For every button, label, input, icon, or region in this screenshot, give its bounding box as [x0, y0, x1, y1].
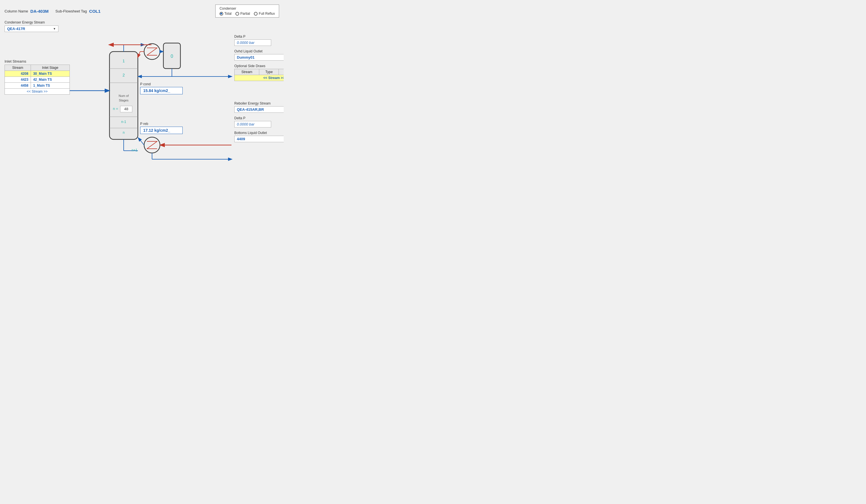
column-name-label: Column Name [4, 9, 28, 13]
inlet-streams-section: Inlet Streams Stream Inlet Stage 4208 30… [4, 59, 70, 95]
side-draws-section: Optional Side Draws Stream Type Draw Sta… [234, 64, 284, 81]
bottoms-liquid-label: Bottoms Liquid Outlet [234, 131, 284, 135]
condenser-energy-dropdown[interactable]: QEA-417R ▼ [4, 25, 58, 32]
stage1-label: 1 [123, 59, 125, 63]
column-name-field: Column Name DA-403M [4, 9, 48, 14]
table-row-placeholder[interactable]: << Stream >> [5, 89, 70, 95]
p-cond-section: P cond 15.84 kg/cm2_ [140, 82, 183, 94]
n-equals-label: n = [113, 106, 118, 111]
reboiler-energy-dropdown[interactable]: QEA-415AR,BR ▼ [234, 106, 284, 113]
inlet-stage-col-header: Inlet Stage [31, 65, 69, 71]
stage-value-2: 42_Main TS [31, 77, 69, 83]
p-cond-value[interactable]: 15.84 kg/cm2_ [140, 87, 183, 94]
side-draws-stage-col: Draw Stage [279, 69, 284, 75]
sub-flowsheet-label: Sub-Flowsheet Tag [55, 9, 87, 13]
stream-value-2: 4423 [5, 77, 31, 83]
side-draws-label: Optional Side Draws [234, 64, 284, 68]
condenser-full-reflux-option[interactable]: Full Reflux [254, 12, 275, 15]
inlet-stream-placeholder[interactable]: << Stream >> [5, 89, 70, 95]
condenser-energy-value: QEA-417R [7, 27, 25, 31]
bottoms-liquid-dropdown[interactable]: 4409 ▼ [234, 136, 284, 142]
delta-p-condenser-value[interactable]: 0.0000 bar [234, 39, 271, 46]
condenser-radio-group: Total Partial Full Reflux [220, 12, 275, 15]
sub-flowsheet-field: Sub-Flowsheet Tag COL1 [55, 9, 100, 14]
ovhd-liquid-label: Ovhd Liquid Outlet [234, 49, 284, 53]
condenser-title: Condenser [220, 7, 275, 11]
table-row: 4208 30_Main TS [5, 71, 70, 77]
condenser-total-option[interactable]: Total [220, 12, 232, 15]
right-panel: Delta P 0.0000 bar Ovhd Liquid Outlet Du… [234, 20, 284, 169]
bottoms-liquid-value: 4409 [237, 137, 245, 141]
svg-text:Stages: Stages [119, 99, 129, 102]
stage-n1-label: n-1 [121, 120, 126, 124]
num-stages-label: Num of [119, 94, 129, 98]
stream-value-1: 4208 [5, 71, 31, 77]
stage-value-1: 30_Main TS [31, 71, 69, 77]
side-draws-stream-col: Stream [235, 69, 259, 75]
side-draws-placeholder[interactable]: << Stream >> [235, 75, 284, 81]
inlet-stream-col-header: Stream [5, 65, 31, 71]
svg-line-23 [138, 138, 144, 145]
p-cond-label: P cond [140, 82, 183, 86]
condenser-partial-option[interactable]: Partial [235, 12, 250, 15]
inlet-streams-title: Inlet Streams [4, 59, 70, 64]
stream-value-3: 4458 [5, 83, 31, 89]
diagram-area: 1 2 Num of Stages n-1 n n = 48 0 [70, 20, 234, 169]
ovhd-liquid-section: Ovhd Liquid Outlet Dummy01 ▼ [234, 49, 284, 61]
delta-p-condenser-label: Delta P [234, 35, 284, 38]
svg-line-15 [138, 51, 140, 57]
header-row: Column Name DA-403M Sub-Flowsheet Tag CO… [4, 4, 279, 18]
condenser-energy-section: Condenser Energy Stream QEA-417R ▼ [4, 20, 70, 32]
delta-p-reboiler-label: Delta P [234, 116, 284, 120]
condenser-value: 0 [171, 54, 173, 59]
column-name-value: DA-403M [30, 9, 48, 14]
reboiler-energy-value: QEA-415AR,BR [237, 107, 264, 112]
reboiler-energy-section: Reboiler Energy Stream QEA-415AR,BR ▼ [234, 101, 284, 113]
ovhd-liquid-dropdown[interactable]: Dummy01 ▼ [234, 54, 284, 61]
p-reb-value[interactable]: 17.12 kg/cm2_ [140, 127, 183, 134]
stage-value-3: 1_Main TS [31, 83, 69, 89]
side-draws-table: Stream Type Draw Stage << Stream >> [234, 69, 284, 81]
condenser-options-box: Condenser Total Partial Full Reflux [215, 4, 279, 18]
bottoms-liquid-section: Bottoms Liquid Outlet 4409 ▼ [234, 131, 284, 142]
condenser-full-reflux-label: Full Reflux [259, 12, 275, 15]
table-row: 4458 1_Main TS [5, 83, 70, 89]
reboiler-energy-label: Reboiler Energy Stream [234, 101, 284, 105]
side-draws-placeholder-row[interactable]: << Stream >> [235, 75, 284, 81]
stage-n-label: n [123, 130, 125, 135]
condenser-partial-label: Partial [240, 12, 250, 15]
stage-n1-bottom-label: n+1 [132, 148, 137, 152]
inlet-streams-table: Stream Inlet Stage 4208 30_Main TS 4423 … [4, 65, 70, 95]
radio-total-icon [220, 12, 223, 15]
delta-p-condenser-section: Delta P 0.0000 bar [234, 35, 284, 46]
condenser-total-label: Total [224, 12, 232, 15]
delta-p-reboiler-value[interactable]: 0.0000 bar [234, 121, 271, 127]
n-value: 48 [124, 107, 128, 111]
table-row: 4423 42_Main TS [5, 77, 70, 83]
p-reb-section: P reb 17.12 kg/cm2_ [140, 122, 183, 134]
sub-flowsheet-value: COL1 [89, 9, 100, 14]
condenser-energy-arrow-icon: ▼ [53, 27, 56, 30]
ovhd-liquid-value: Dummy01 [237, 55, 254, 59]
condenser-energy-label: Condenser Energy Stream [4, 20, 70, 24]
p-reb-label: P reb [140, 122, 183, 126]
side-draws-type-col: Type [259, 69, 279, 75]
radio-full-reflux-icon [254, 12, 257, 15]
radio-partial-icon [235, 12, 239, 15]
stage2-label: 2 [123, 73, 125, 77]
delta-p-reboiler-section: Delta P 0.0000 bar [234, 116, 284, 127]
